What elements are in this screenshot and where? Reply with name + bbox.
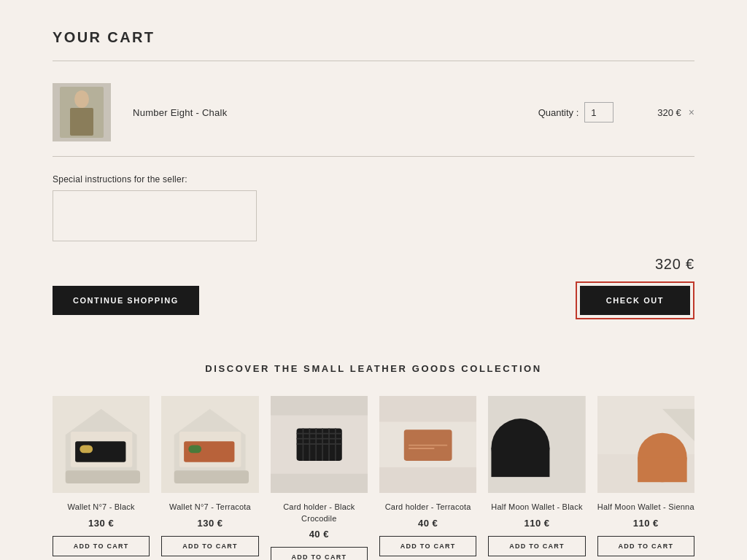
product-card: Wallet N°7 - Black130 €ADD TO CART bbox=[53, 396, 150, 560]
product-image bbox=[488, 396, 585, 493]
product-name: Card holder - Terracota bbox=[385, 502, 471, 513]
cart-item-quantity-group: Quantity : bbox=[538, 102, 614, 122]
svg-rect-40 bbox=[638, 457, 687, 482]
svg-rect-32 bbox=[409, 448, 435, 449]
add-to-cart-button[interactable]: ADD TO CART bbox=[597, 536, 694, 556]
cart-section: YOUR CART Number Eight - Chalk Quantity … bbox=[53, 29, 694, 319]
instructions-label: Special instructions for the seller: bbox=[53, 174, 694, 184]
page-wrapper: YOUR CART Number Eight - Chalk Quantity … bbox=[23, 0, 724, 560]
product-image bbox=[379, 396, 476, 493]
svg-rect-3 bbox=[70, 108, 93, 136]
product-price: 110 € bbox=[524, 518, 549, 529]
svg-point-2 bbox=[74, 90, 89, 108]
svg-rect-14 bbox=[189, 446, 202, 454]
continue-shopping-button[interactable]: CONTINUE SHOPPING bbox=[53, 286, 199, 315]
product-price: 40 € bbox=[309, 529, 329, 540]
products-grid: Wallet N°7 - Black130 €ADD TO CART Walle… bbox=[53, 396, 694, 560]
cart-item-price: 320 € × bbox=[657, 106, 694, 118]
cart-item-image bbox=[53, 83, 111, 141]
product-price: 130 € bbox=[88, 518, 114, 529]
product-price: 130 € bbox=[197, 518, 222, 529]
product-image bbox=[597, 396, 694, 493]
quantity-input[interactable] bbox=[584, 102, 614, 122]
checkout-button[interactable]: CHECK OUT bbox=[580, 286, 690, 315]
quantity-label: Quantity : bbox=[538, 107, 579, 118]
product-image bbox=[161, 396, 258, 493]
cart-item-row: Number Eight - Chalk Quantity : 320 € × bbox=[53, 76, 694, 157]
product-card: Card holder - Terracota40 €ADD TO CART bbox=[379, 396, 476, 560]
cart-item-name: Number Eight - Chalk bbox=[133, 107, 538, 118]
add-to-cart-button[interactable]: ADD TO CART bbox=[488, 536, 585, 556]
instructions-textarea[interactable] bbox=[53, 190, 257, 241]
product-image bbox=[53, 396, 150, 493]
product-name: Card holder - Black Crocodile bbox=[271, 502, 368, 524]
product-price: 110 € bbox=[633, 518, 659, 529]
product-name: Half Moon Wallet - Sienna bbox=[597, 502, 694, 513]
svg-rect-8 bbox=[80, 446, 93, 454]
cart-total-value: 320 € bbox=[655, 256, 694, 273]
add-to-cart-button[interactable]: ADD TO CART bbox=[161, 536, 258, 556]
svg-rect-9 bbox=[66, 470, 140, 483]
product-image bbox=[271, 396, 368, 493]
svg-rect-15 bbox=[174, 470, 249, 483]
discover-title: DISCOVER THE SMALL LEATHER GOODS COLLECT… bbox=[53, 363, 694, 374]
add-to-cart-button[interactable]: ADD TO CART bbox=[271, 547, 368, 560]
product-price: 40 € bbox=[418, 518, 438, 529]
cart-actions-row: CONTINUE SHOPPING CHECK OUT bbox=[53, 281, 694, 319]
product-name: Wallet N°7 - Black bbox=[68, 502, 135, 513]
product-card: Half Moon Wallet - Black110 €ADD TO CART bbox=[488, 396, 585, 560]
cart-title: YOUR CART bbox=[53, 29, 694, 46]
product-card: Wallet N°7 - Terracota130 €ADD TO CART bbox=[161, 396, 258, 560]
product-card: Card holder - Black Crocodile40 €ADD TO … bbox=[271, 396, 368, 560]
remove-item-button[interactable]: × bbox=[689, 106, 694, 118]
add-to-cart-button[interactable]: ADD TO CART bbox=[379, 536, 476, 556]
product-name: Half Moon Wallet - Black bbox=[491, 502, 582, 513]
instructions-section: Special instructions for the seller: bbox=[53, 174, 694, 244]
cart-divider bbox=[53, 61, 694, 61]
product-card: Half Moon Wallet - Sienna110 €ADD TO CAR… bbox=[597, 396, 694, 560]
discover-section: DISCOVER THE SMALL LEATHER GOODS COLLECT… bbox=[53, 363, 694, 560]
item-price-value: 320 € bbox=[657, 107, 681, 118]
cart-total-row: 320 € bbox=[53, 256, 694, 273]
checkout-btn-wrapper: CHECK OUT bbox=[576, 281, 694, 319]
product-name: Wallet N°7 - Terracota bbox=[169, 502, 251, 513]
add-to-cart-button[interactable]: ADD TO CART bbox=[53, 536, 150, 556]
svg-rect-35 bbox=[492, 448, 550, 477]
svg-rect-31 bbox=[409, 445, 447, 446]
